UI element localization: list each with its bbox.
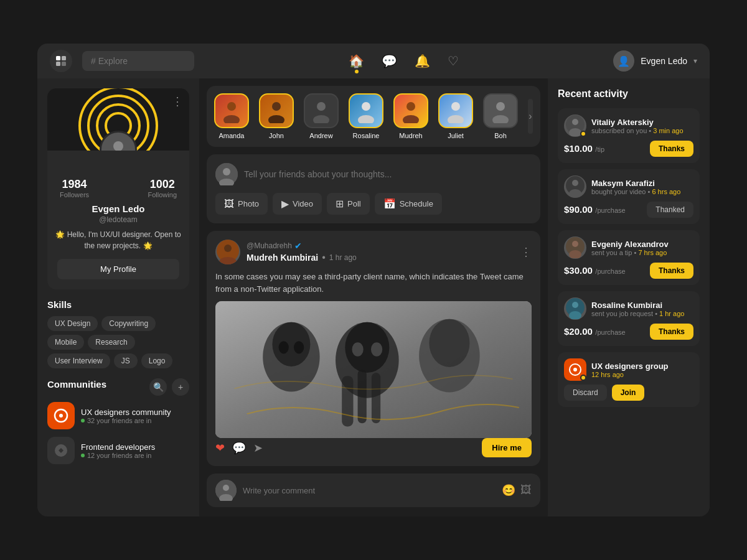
search-communities-button[interactable]: 🔍 [149,378,167,396]
community-item-ux[interactable]: UX designers community 32 your friends a… [47,402,189,429]
poll-button[interactable]: ⊞ Poll [327,193,370,215]
community-frontend-info: Frontend developers 12 your friends are … [81,442,189,459]
chat-nav-icon[interactable]: 💬 [382,54,397,68]
emoji-icon[interactable]: 😊 [502,483,515,497]
svg-point-26 [492,115,509,123]
story-avatar-amanda [214,93,249,128]
thanks-button-3[interactable]: Thanks [650,263,693,279]
video-button[interactable]: ▶ Video [273,193,322,215]
my-profile-button[interactable]: My Profile [57,259,179,279]
community-item-frontend[interactable]: Frontend developers 12 your friends are … [47,437,189,464]
comment-avatar [215,480,237,501]
profile-name: Evgen Ledo [47,203,189,214]
svg-point-41 [352,342,363,356]
activity-desc-5: 12 hrs ago [591,371,693,378]
like-button[interactable]: ❤ [215,441,225,455]
post-menu-icon[interactable]: ⋮ [520,245,532,259]
profile-bio: 🌟 Hello, I'm UX/UI designer. Open to the… [47,229,189,251]
story-item-amanda[interactable]: Amanda [214,93,249,139]
activity-info-2: Maksym Karafizi bought your video • 6 hr… [591,179,693,195]
story-item-john[interactable]: John [259,93,294,139]
search-input[interactable] [82,51,194,71]
skill-tag-user-interview[interactable]: User Interview [47,353,110,368]
activity-info-5: UX designers group 12 hrs ago [591,362,693,378]
left-sidebar: ⋮ 1984 Followers [37,78,199,516]
profile-avatar [100,131,137,151]
svg-point-31 [224,245,232,252]
verified-badge-icon: ✔ [294,241,302,251]
svg-point-28 [223,168,230,175]
share-button[interactable]: ➤ [253,441,263,455]
stories-next-button[interactable]: › [528,99,533,134]
skill-tag-mobile[interactable]: Mobile [47,335,84,350]
story-name-amanda: Amanda [219,132,245,139]
photo-button[interactable]: 🖼 Photo [215,193,268,215]
online-dot-icon-5 [580,375,586,381]
followers-stat: 1984 Followers [60,178,89,198]
skill-tag-research[interactable]: Research [88,335,134,350]
skill-tag-js[interactable]: JS [114,353,138,368]
svg-point-64 [573,368,577,371]
communities-section: Communities 🔍 + UX designers commu [47,378,189,464]
story-item-rosaline[interactable]: Rosaline [349,93,383,139]
comment-button[interactable]: 💬 [232,441,246,455]
community-frontend-icon [47,437,75,464]
svg-point-38 [294,341,304,353]
svg-point-44 [429,319,469,367]
activity-header-2: Maksym Karafizi bought your video • 6 hr… [564,175,693,198]
image-icon[interactable]: 🖼 [520,483,532,497]
chevron-down-icon: ▾ [693,57,697,65]
svg-point-25 [496,102,505,111]
story-item-andrew[interactable]: Andrew [304,93,339,139]
thanked-button[interactable]: Thanked [647,202,693,218]
profile-menu-icon[interactable]: ⋮ [172,95,183,108]
story-item-juliet[interactable]: Juliet [438,93,473,139]
hire-me-button[interactable]: Hire me [482,438,532,457]
followers-count: 1984 [60,178,89,191]
activity-time-5: 12 hrs ago [591,371,624,378]
profile-avatar-wrapper [100,131,137,151]
app-logo[interactable] [50,50,72,72]
activity-time-3: 7 hrs ago [638,249,667,256]
post-time: 1 hr ago [329,253,357,262]
activity-time-2: 6 hrs ago [652,188,680,195]
followers-label: Followers [60,191,89,198]
add-community-button[interactable]: + [172,378,189,396]
activity-amount-row-1: $10.00 /tip Thanks [564,141,693,157]
home-nav-icon[interactable]: 🏠 [349,54,364,68]
svg-point-21 [406,102,415,111]
community-ux-members: 32 your friends are in [81,417,189,424]
skill-tag-ux-design[interactable]: UX Design [47,316,98,331]
activity-item-ux-group: UX designers group 12 hrs ago Discard Jo… [558,352,700,407]
stories-row: Amanda John Andrew [207,86,540,147]
skill-tag-copywriting[interactable]: Copywriting [101,316,156,331]
thanks-button-4[interactable]: Thanks [650,324,693,340]
composer-top [215,163,532,185]
app-container: 🏠 💬 🔔 ♡ 👤 Evgen Ledo ▾ [37,44,710,516]
story-name-andrew: Andrew [309,132,332,139]
bell-nav-icon[interactable]: 🔔 [415,54,430,68]
thanks-button-1[interactable]: Thanks [650,141,693,157]
main-layout: ⋮ 1984 Followers [37,78,710,516]
header-user[interactable]: 👤 Evgen Ledo ▾ [613,50,697,72]
discard-button[interactable]: Discard [564,385,607,401]
join-button[interactable]: Join [612,385,645,401]
post-handle-row: @Muhadrehh ✔ [247,241,514,251]
composer-input[interactable] [244,169,532,179]
activity-desc-2: bought your video • 6 hrs ago [591,188,693,195]
schedule-button[interactable]: 📅 Schedule [375,193,442,215]
svg-point-42 [371,342,382,356]
skill-tag-logo[interactable]: Logo [141,353,173,368]
svg-rect-47 [372,373,380,423]
svg-point-52 [572,119,578,125]
svg-rect-2 [56,62,60,66]
story-item-boh[interactable]: Boh [483,93,518,139]
comment-input[interactable] [243,486,496,495]
activity-info-1: Vitaliy Akterskiy subscribed on you • 3 … [591,118,693,134]
story-item-mudreh[interactable]: Mudreh [393,93,428,139]
svg-point-22 [403,115,419,123]
communities-title: Communities [47,379,106,390]
heart-nav-icon[interactable]: ♡ [448,54,459,68]
activity-amount-row-3: $30.00 /purchase Thanks [564,263,693,279]
activity-avatar-maksym [564,175,586,198]
